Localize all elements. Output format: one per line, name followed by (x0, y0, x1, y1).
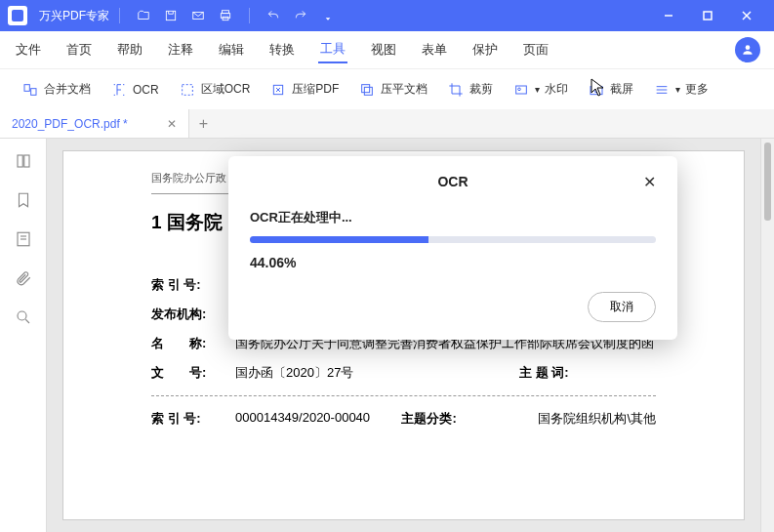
toolbar: 合并文档 OCR 区域OCR 压缩PDF 压平文档 裁剪 ▾水印 截屏 ▾更多 (0, 68, 774, 109)
menu-page[interactable]: 页面 (521, 37, 550, 62)
svg-rect-6 (704, 12, 712, 20)
save-icon[interactable] (157, 2, 184, 29)
tab-close-icon[interactable]: ✕ (167, 117, 177, 131)
maximize-button[interactable] (688, 4, 727, 27)
svg-line-29 (25, 319, 29, 323)
tool-compress[interactable]: 压缩PDF (262, 77, 346, 102)
app-name: 万兴PDF专家 (39, 8, 109, 24)
tool-ocr[interactable]: OCR (102, 77, 167, 102)
progress-fill (250, 236, 428, 243)
svg-point-28 (18, 311, 26, 320)
tool-flatten[interactable]: 压平文档 (350, 77, 435, 102)
svg-rect-15 (365, 87, 373, 95)
svg-point-19 (594, 88, 598, 92)
svg-rect-16 (516, 86, 527, 94)
vertical-scrollbar[interactable] (760, 139, 774, 532)
dropdown-icon[interactable] (314, 2, 342, 29)
left-sidebar (0, 139, 47, 532)
user-avatar[interactable] (735, 37, 760, 62)
app-logo (8, 6, 27, 25)
progress-bar (250, 236, 656, 243)
menu-tools[interactable]: 工具 (318, 36, 347, 63)
menu-home[interactable]: 首页 (64, 37, 94, 62)
dialog-title: OCR (437, 174, 468, 189)
svg-rect-11 (31, 88, 36, 95)
svg-rect-18 (591, 86, 602, 94)
menu-protect[interactable]: 保护 (470, 37, 500, 62)
tab-bar: 2020_PDF_OCR.pdf * ✕ + (0, 109, 774, 139)
svg-rect-14 (362, 84, 370, 92)
open-icon[interactable] (130, 2, 157, 29)
thumbnails-icon[interactable] (13, 150, 34, 172)
print-icon[interactable] (212, 2, 239, 29)
scrollbar-thumb[interactable] (764, 143, 771, 221)
svg-rect-0 (166, 11, 175, 20)
tool-areaocr[interactable]: 区域OCR (171, 77, 259, 102)
cancel-button[interactable]: 取消 (588, 292, 656, 322)
document-tab[interactable]: 2020_PDF_OCR.pdf * ✕ (0, 109, 189, 138)
annotation-icon[interactable] (13, 228, 34, 250)
tool-more[interactable]: ▾更多 (645, 77, 716, 102)
svg-point-9 (746, 45, 751, 50)
tool-screenshot[interactable]: 截屏 (580, 77, 641, 102)
menu-help[interactable]: 帮助 (115, 37, 144, 62)
svg-rect-10 (24, 84, 29, 91)
mail-icon[interactable] (184, 2, 212, 29)
redo-icon[interactable] (287, 2, 314, 29)
undo-icon[interactable] (260, 2, 287, 29)
title-bar: 万兴PDF专家 (0, 0, 774, 31)
menu-edit[interactable]: 编辑 (217, 37, 246, 62)
menu-convert[interactable]: 转换 (267, 37, 297, 62)
tool-crop[interactable]: 裁剪 (439, 77, 501, 102)
bookmark-icon[interactable] (13, 189, 34, 211)
tab-name: 2020_PDF_OCR.pdf * (12, 117, 128, 131)
dialog-close-icon[interactable]: ✕ (643, 173, 656, 191)
menu-form[interactable]: 表单 (420, 37, 449, 62)
menu-bar: 文件 首页 帮助 注释 编辑 转换 工具 视图 表单 保护 页面 (0, 31, 774, 68)
svg-rect-23 (18, 155, 22, 167)
menu-annotate[interactable]: 注释 (166, 37, 195, 62)
svg-rect-12 (182, 84, 192, 95)
tool-merge[interactable]: 合并文档 (14, 77, 99, 102)
progress-percent: 44.06% (250, 255, 656, 270)
minimize-button[interactable] (649, 4, 688, 27)
search-icon[interactable] (13, 307, 34, 328)
svg-rect-4 (223, 17, 228, 20)
ocr-dialog: OCR ✕ OCR正在处理中... 44.06% 取消 (228, 156, 677, 340)
tab-add-button[interactable]: + (189, 109, 218, 138)
menu-file[interactable]: 文件 (14, 37, 43, 62)
close-button[interactable] (727, 4, 766, 27)
processing-label: OCR正在处理中... (250, 209, 656, 226)
svg-rect-24 (23, 155, 28, 167)
menu-view[interactable]: 视图 (369, 37, 398, 62)
svg-point-17 (518, 88, 521, 91)
attachment-icon[interactable] (13, 267, 34, 289)
tool-watermark[interactable]: ▾水印 (505, 77, 576, 102)
svg-rect-2 (223, 11, 229, 14)
